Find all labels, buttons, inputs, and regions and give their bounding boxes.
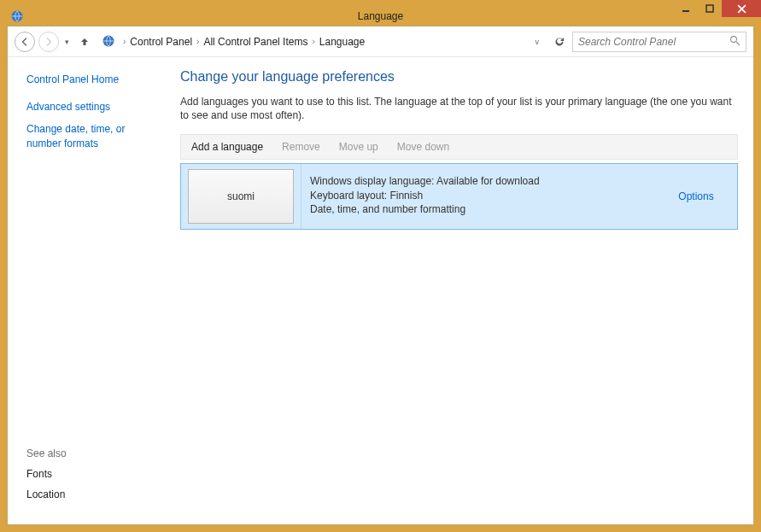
language-row[interactable]: suomi Windows display language: Availabl… xyxy=(181,164,737,229)
move-down-button[interactable]: Move down xyxy=(397,141,449,153)
svg-line-5 xyxy=(736,42,740,45)
keyboard-layout: Keyboard layout: Finnish xyxy=(310,189,647,202)
date-formatting: Date, time, and number formatting xyxy=(310,202,647,216)
language-path-icon xyxy=(102,34,117,50)
options-link[interactable]: Options xyxy=(678,190,713,202)
language-name: suomi xyxy=(227,190,255,202)
search-input[interactable] xyxy=(578,36,729,48)
language-app-icon xyxy=(10,9,24,23)
client-area: ▾ › Control Panel › All Control Panel It… xyxy=(7,26,754,525)
breadcrumb-item[interactable]: All Control Panel Items xyxy=(203,36,307,48)
language-name-cell: suomi xyxy=(181,164,301,229)
address-dropdown-icon[interactable]: v xyxy=(532,38,543,46)
search-box[interactable] xyxy=(572,32,746,52)
svg-rect-2 xyxy=(706,5,713,12)
language-details: Windows display language: Available for … xyxy=(301,164,655,229)
chevron-right-icon[interactable]: › xyxy=(307,37,319,46)
add-language-button[interactable]: Add a language xyxy=(191,141,263,153)
language-list: suomi Windows display language: Availabl… xyxy=(180,163,738,230)
svg-point-4 xyxy=(731,36,737,42)
titlebar[interactable]: Language xyxy=(7,7,754,26)
change-date-formats-link[interactable]: Change date, time, or number formats xyxy=(26,122,155,149)
page-heading: Change your language preferences xyxy=(180,69,738,85)
nav-row: ▾ › Control Panel › All Control Panel It… xyxy=(8,26,753,57)
breadcrumb-item[interactable]: Language xyxy=(319,36,365,48)
svg-rect-1 xyxy=(682,10,689,12)
remove-button[interactable]: Remove xyxy=(282,141,320,153)
page-description: Add languages you want to use to this li… xyxy=(180,95,738,122)
search-icon xyxy=(729,35,741,49)
see-also-section: See also Fonts Location xyxy=(26,447,155,514)
up-button[interactable] xyxy=(75,32,94,51)
control-panel-home-link[interactable]: Control Panel Home xyxy=(26,73,155,86)
advanced-settings-link[interactable]: Advanced settings xyxy=(26,100,155,114)
address-breadcrumb[interactable]: › Control Panel › All Control Panel Item… xyxy=(97,32,547,52)
language-tile[interactable]: suomi xyxy=(188,169,294,224)
minimize-button[interactable] xyxy=(674,0,698,17)
back-button[interactable] xyxy=(15,32,35,52)
main-panel: Change your language preferences Add lan… xyxy=(165,57,753,524)
see-also-location-link[interactable]: Location xyxy=(26,488,155,500)
see-also-fonts-link[interactable]: Fonts xyxy=(26,468,155,480)
forward-button[interactable] xyxy=(38,32,59,52)
content-body: Control Panel Home Advanced settings Cha… xyxy=(8,57,753,524)
command-bar: Add a language Remove Move up Move down xyxy=(180,134,738,160)
language-options-cell: Options xyxy=(655,164,737,229)
display-language-status: Windows display language: Available for … xyxy=(310,174,647,188)
window-buttons xyxy=(674,0,761,17)
refresh-button[interactable] xyxy=(550,32,569,51)
window-frame: Language ▾ xyxy=(0,0,761,532)
sidebar: Control Panel Home Advanced settings Cha… xyxy=(8,57,165,524)
chevron-right-icon[interactable]: › xyxy=(192,37,203,46)
history-dropdown-icon[interactable]: ▾ xyxy=(62,38,72,46)
see-also-title: See also xyxy=(26,447,155,459)
close-button[interactable] xyxy=(722,0,761,17)
chevron-right-icon[interactable]: › xyxy=(119,37,130,46)
window-title: Language xyxy=(7,10,754,22)
maximize-button[interactable] xyxy=(698,0,722,17)
move-up-button[interactable]: Move up xyxy=(339,141,378,153)
breadcrumb-item[interactable]: Control Panel xyxy=(130,36,192,48)
